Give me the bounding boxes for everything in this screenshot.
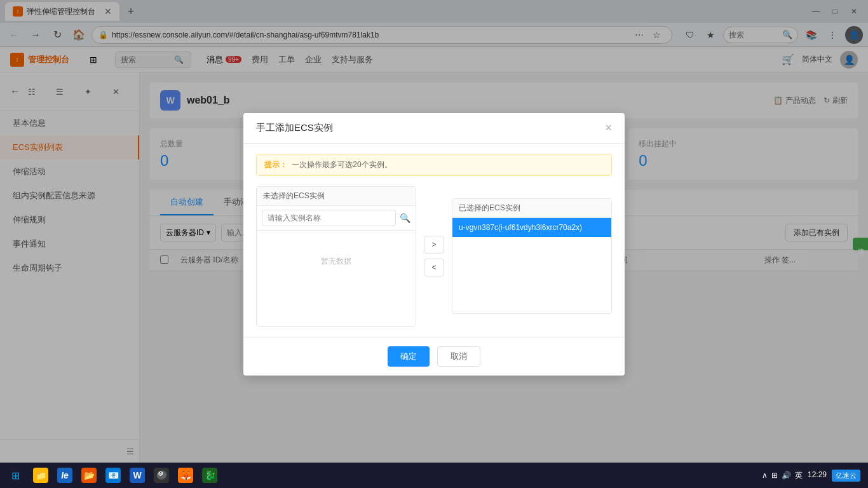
taskbar-folder[interactable]: 📂 [78,464,100,487]
outlook-icon: 📧 [105,468,121,483]
modal-overlay[interactable]: 手工添加ECS实例 × 提示： 一次操作最多可选20个实例。 未选择的ECS实例… [0,0,868,488]
transfer-backward-button[interactable]: < [424,259,444,276]
transfer-right-panel: 已选择的ECS实例 u-vgvn387c(i-uf61vdyh3l6xrcr70… [452,198,612,314]
confirm-button[interactable]: 确定 [388,346,430,367]
file-manager-icon: 📁 [33,468,48,483]
tray-arrow-icon[interactable]: ∧ [762,471,768,480]
alert-box: 提示： 一次操作最多可选20个实例。 [256,154,612,176]
taskbar-app[interactable]: 🐉 [198,464,221,487]
taskbar-clock: 12:29 [808,470,827,480]
modal-header: 手工添加ECS实例 × [243,113,625,144]
transfer-area: 未选择的ECS实例 🔍 暂无数据 > < 已选择的ECS实例 [256,186,612,327]
transfer-right-header: 已选择的ECS实例 [452,199,611,218]
modal-body: 提示： 一次操作最多可选20个实例。 未选择的ECS实例 🔍 暂无数据 [243,144,625,337]
ie-icon: Ie [57,468,72,483]
selected-ecs-item[interactable]: u-vgvn387c(i-uf61vdyh3l6xrcr70a2x) [452,218,611,237]
taskbar-color-ball[interactable]: 🎱 [150,464,173,487]
transfer-right-list: u-vgvn387c(i-uf61vdyh3l6xrcr70a2x) [452,218,611,313]
start-button[interactable]: ⊞ [3,464,28,487]
cancel-button[interactable]: 取消 [437,346,480,367]
alert-label: 提示： [264,160,287,169]
transfer-left-panel: 未选择的ECS实例 🔍 暂无数据 [256,186,416,327]
modal-footer: 确定 取消 [243,337,625,376]
transfer-search-input[interactable] [262,210,396,226]
folder-icon: 📂 [81,468,97,483]
taskbar-ie[interactable]: Ie [53,464,76,487]
app-icon: 🐉 [202,468,217,483]
taskbar-sys-tray: ∧ ⊞ 🔊 英 [762,470,803,481]
modal-title: 手工添加ECS实例 [256,122,333,134]
taskbar: ⊞ 📁 Ie 📂 📧 W 🎱 🦊 🐉 [0,463,868,488]
alert-text: 一次操作最多可选20个实例。 [292,160,391,169]
taskbar-firefox[interactable]: 🦊 [174,464,197,487]
transfer-search-icon[interactable]: 🔍 [400,213,410,223]
transfer-left-header: 未选择的ECS实例 [257,187,416,206]
modal-dialog: 手工添加ECS实例 × 提示： 一次操作最多可选20个实例。 未选择的ECS实例… [243,113,625,376]
modal-close-button[interactable]: × [605,122,612,133]
brand-button[interactable]: 亿速云 [832,470,860,482]
transfer-search: 🔍 [257,206,416,231]
taskbar-right: ∧ ⊞ 🔊 英 12:29 亿速云 [762,470,865,482]
word-icon: W [130,468,145,483]
taskbar-word[interactable]: W [126,464,149,487]
taskbar-file-manager[interactable]: 📁 [29,464,52,487]
taskbar-outlook[interactable]: 📧 [102,464,125,487]
tray-sound-icon: 🔊 [782,471,791,480]
transfer-empty-label: 暂无数据 [257,231,416,292]
tray-network-icon: ⊞ [771,471,778,480]
color-ball-icon: 🎱 [154,468,169,483]
tray-ime-indicator[interactable]: 英 [795,470,803,481]
transfer-forward-button[interactable]: > [424,236,444,254]
firefox-icon: 🦊 [178,468,193,483]
transfer-buttons: > < [424,236,444,276]
transfer-left-list: 暂无数据 [257,231,416,326]
